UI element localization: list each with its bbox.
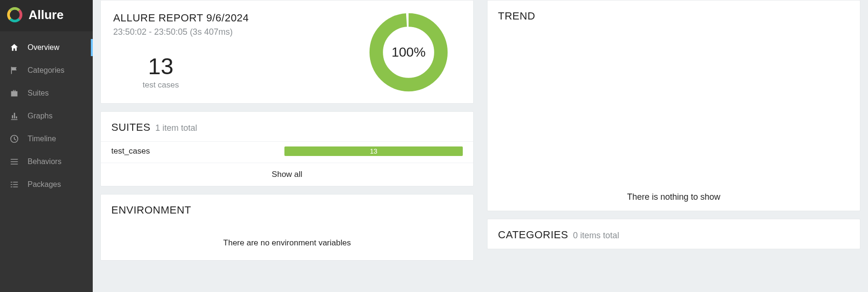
sidebar-item-label: Overview: [28, 43, 59, 52]
sidebar-item-label: Categories: [28, 66, 64, 75]
sidebar-item-label: Packages: [28, 180, 61, 189]
home-icon: [10, 43, 19, 52]
suites-meta: 1 item total: [155, 123, 197, 133]
sidebar-item-suites[interactable]: Suites: [0, 82, 93, 105]
suite-passed-bar: 13: [284, 146, 463, 156]
bar-chart-icon: [10, 111, 19, 121]
trend-card: TREND There is nothing to show: [487, 0, 860, 211]
suites-show-all[interactable]: Show all: [101, 163, 473, 186]
sidebar-item-behaviors[interactable]: Behaviors: [0, 150, 93, 173]
categories-meta: 0 items total: [573, 231, 619, 241]
environment-title: ENVIRONMENT: [111, 204, 191, 216]
summary-title: ALLURE REPORT 9/6/2024: [113, 12, 356, 24]
allure-logo-icon: [7, 7, 23, 23]
main-content: ALLURE REPORT 9/6/2024 23:50:02 - 23:50:…: [93, 0, 868, 292]
flag-icon: [10, 66, 19, 75]
sidebar-item-label: Suites: [28, 89, 49, 97]
trend-empty-message: There is nothing to show: [627, 192, 720, 202]
suites-title: SUITES: [111, 121, 150, 134]
suite-name: test_cases: [111, 146, 273, 156]
sidebar-item-categories[interactable]: Categories: [0, 59, 93, 82]
sidebar-item-label: Timeline: [28, 135, 56, 143]
environment-card: ENVIRONMENT There are no environment var…: [100, 194, 474, 261]
summary-count-label: test cases: [113, 80, 208, 90]
summary-count-value: 13: [113, 53, 208, 79]
briefcase-icon: [10, 88, 19, 98]
sidebar-item-label: Behaviors: [28, 157, 61, 166]
clock-icon: [10, 134, 19, 144]
summary-donut: 100%: [356, 12, 461, 93]
environment-empty-message: There are no environment variables: [111, 229, 463, 248]
trend-title: TREND: [498, 10, 535, 22]
sidebar: Allure Overview Categories Suites: [0, 0, 93, 292]
sidebar-item-packages[interactable]: Packages: [0, 173, 93, 196]
brand[interactable]: Allure: [0, 0, 93, 31]
sidebar-item-timeline[interactable]: Timeline: [0, 127, 93, 150]
list-icon: [10, 157, 19, 166]
categories-card: CATEGORIES 0 items total: [487, 219, 860, 249]
suites-card: SUITES 1 item total test_cases 13 Show a…: [100, 111, 474, 186]
tree-list-icon: [10, 180, 19, 189]
summary-card: ALLURE REPORT 9/6/2024 23:50:02 - 23:50:…: [100, 0, 474, 104]
donut-percent-label: 100%: [368, 12, 449, 93]
summary-count: 13 test cases: [113, 53, 208, 90]
sidebar-item-label: Graphs: [28, 112, 52, 120]
sidebar-item-overview[interactable]: Overview: [0, 36, 93, 59]
suite-row[interactable]: test_cases 13: [101, 141, 473, 163]
categories-title: CATEGORIES: [498, 229, 568, 241]
sidebar-item-graphs[interactable]: Graphs: [0, 105, 93, 127]
nav: Overview Categories Suites Graphs: [0, 31, 93, 196]
summary-subtitle: 23:50:02 - 23:50:05 (3s 407ms): [113, 27, 356, 37]
brand-name: Allure: [29, 8, 64, 22]
suite-passed-count: 13: [370, 147, 378, 155]
